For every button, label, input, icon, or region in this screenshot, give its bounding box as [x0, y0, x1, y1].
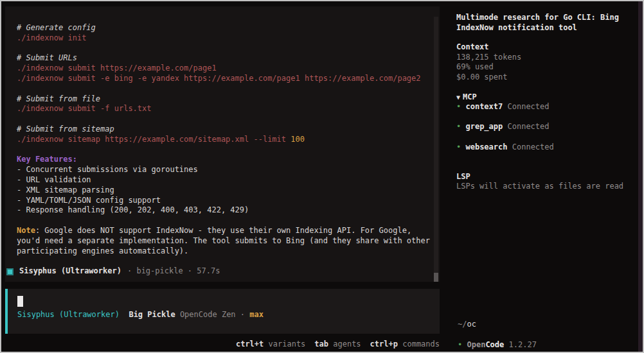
terminal-line: Key Features: [17, 155, 431, 165]
terminal-line: you'd need a separate implementation. Th… [17, 236, 431, 246]
path-prefix: ~/ [458, 320, 467, 329]
terminal-line [17, 145, 431, 155]
context-heading: Context [456, 42, 629, 53]
mcp-server-name: context7 [465, 102, 503, 111]
mcp-server-row: • context7 Connected [456, 102, 629, 122]
terminal-segment-heading: Key Features: [17, 155, 77, 164]
terminal-line [17, 44, 431, 54]
path-name: oc [467, 320, 476, 329]
terminal-line: ./indexnow submit -f urls.txt [17, 104, 431, 114]
terminal-line: ./indexnow submit -e bing -e yandex http… [17, 74, 431, 84]
terminal-segment-comment: # Submit from sitemap [17, 125, 114, 133]
terminal-segment-cmd: ./indexnow submit https://example.com/pa… [17, 64, 217, 73]
window-edge-strip [638, 1, 643, 352]
terminal-segment-body: you'd need a separate implementation. Th… [17, 236, 430, 245]
context-spent: $0.00 spent [456, 73, 629, 83]
mcp-server-row: • websearch Connected [456, 142, 629, 162]
terminal-segment-body: participating engines automatically). [17, 246, 188, 255]
hint-label-variants: variants [269, 340, 306, 349]
terminal-segment-body: - Concurrent submissions via goroutines [17, 165, 198, 174]
context-tokens: 138,215 tokens [456, 53, 629, 63]
mcp-server-status: Connected [508, 102, 550, 111]
mcp-heading: MCP [463, 92, 477, 101]
terminal-line: ./indexnow init [17, 33, 431, 44]
terminal-segment-body: - Response handling (200, 202, 400, 403,… [17, 205, 249, 214]
terminal-segment-cmd: ./indexnow sitemap https://example.com/s… [17, 135, 291, 144]
terminal-line [17, 114, 431, 125]
hint-label-commands: commands [402, 340, 440, 349]
chat-panel: # Generate config./indexnow init # Submi… [5, 6, 440, 282]
terminal-line: # Submit URLs [17, 53, 431, 64]
brand-name-prefix: Open [467, 340, 485, 349]
collapse-triangle-icon[interactable]: ▼ [456, 94, 460, 101]
mcp-section-header[interactable]: ▼MCP [456, 92, 629, 103]
agent-status-line: Sisyphus (Ultraworker) · big-pickle · 57… [5, 266, 440, 277]
session-sidebar: Multimode research for Go CLI: Bing Inde… [456, 6, 629, 192]
terminal-segment-body: : Google does NOT support IndexNow - the… [35, 226, 411, 235]
editor-model-label[interactable]: Big Pickle [129, 310, 175, 319]
terminal-segment-body: - YAML/TOML/JSON config support [17, 196, 161, 205]
version-number: 1.2.27 [509, 340, 537, 349]
app-window: # Generate config./indexnow init # Submi… [0, 0, 644, 353]
lsp-message: LSPs will activate as files are read [456, 182, 629, 192]
terminal-segment-num: 100 [291, 135, 305, 144]
keybinding-hint-bar: ctrl+t variantstab agentsctrl+p commands [5, 340, 440, 353]
hint-key-agents: tab [314, 340, 328, 349]
prompt-input[interactable]: Sisyphus (Ultraworker) Big Pickle OpenCo… [5, 289, 440, 334]
terminal-line: # Submit from file [17, 94, 431, 105]
terminal-line [17, 216, 431, 226]
terminal-segment-cmd: ./indexnow submit -e bing -e yandex http… [17, 74, 421, 83]
terminal-line: - Concurrent submissions via goroutines [17, 165, 431, 175]
mcp-server-status: Connected [508, 122, 550, 131]
agent-square-icon [6, 268, 13, 275]
terminal-line: ./indexnow sitemap https://example.com/s… [17, 135, 431, 145]
terminal-line: - URL validation [17, 175, 431, 185]
terminal-line: - XML sitemap parsing [17, 185, 431, 196]
mcp-server-name: websearch [465, 142, 507, 151]
terminal-line: - Response handling (200, 202, 400, 403,… [17, 205, 431, 216]
hint-key-variants: ctrl+t [236, 340, 264, 349]
agent-name: Sisyphus (Ultraworker) [19, 266, 121, 277]
terminal-line: participating engines automatically). [17, 246, 431, 257]
chat-transcript: # Generate config./indexnow init # Submi… [5, 6, 440, 256]
terminal-line: Note: Google does NOT support IndexNow -… [17, 226, 431, 236]
terminal-segment-note: Note [17, 226, 35, 235]
mcp-server-row: • grep_app Connected [456, 122, 629, 142]
terminal-segment-cmd: ./indexnow submit -f urls.txt [17, 104, 152, 113]
text-cursor [17, 296, 23, 307]
chat-scrollbar-track[interactable] [434, 17, 438, 282]
agent-run-meta: · big-pickle · 57.7s [127, 266, 220, 277]
editor-provider-label: OpenCode Zen [180, 310, 236, 319]
terminal-line: - YAML/TOML/JSON config support [17, 196, 431, 206]
terminal-line: # Generate config [17, 23, 431, 33]
hint-key-commands: ctrl+p [370, 340, 398, 349]
terminal-segment-cmd: ./indexnow init [17, 33, 86, 42]
terminal-line [17, 84, 431, 94]
session-title: Multimode research for Go CLI: Bing Inde… [456, 13, 629, 33]
terminal-segment-comment: # Submit URLs [17, 53, 77, 62]
terminal-line: ./indexnow submit https://example.com/pa… [17, 64, 431, 74]
terminal-segment-comment: # Generate config [17, 23, 96, 32]
terminal-line: # Submit from sitemap [17, 125, 431, 135]
app-version-row: • OpenCode 1.2.27 [458, 340, 537, 353]
workdir-path: ~/oc [458, 320, 476, 338]
chat-scrollbar-thumb[interactable] [434, 273, 438, 282]
editor-separator: · [240, 310, 245, 319]
terminal-segment-body: - URL validation [17, 175, 91, 184]
editor-footer: Sisyphus (Ultraworker) Big Pickle OpenCo… [17, 310, 264, 328]
terminal-segment-body: - XML sitemap parsing [17, 185, 114, 194]
lsp-heading: LSP [456, 172, 629, 182]
editor-agent-label[interactable]: Sisyphus (Ultraworker) [17, 310, 120, 319]
mcp-server-status: Connected [512, 142, 554, 151]
mcp-server-name: grep_app [465, 122, 503, 131]
editor-mode-badge: max [249, 310, 264, 319]
context-used: 69% used [456, 62, 629, 73]
brand-name-suffix: Code [485, 340, 504, 349]
terminal-segment-comment: # Submit from file [17, 94, 100, 103]
hint-label-agents: agents [333, 340, 361, 349]
